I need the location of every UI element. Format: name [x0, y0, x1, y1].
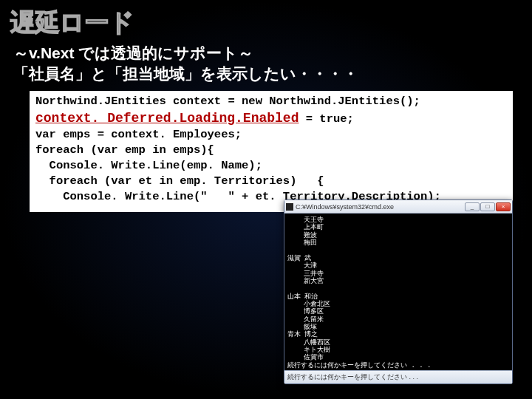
subtitle-line-2: 「社員名」と「担当地域」を表示したい・・・・: [13, 64, 532, 84]
page-title: 遅延ロード: [0, 0, 532, 40]
console-output: 天王寺 上本町 難波 梅田 滋賀 武 大津 三井寺 新大宮 山本 和治 小倉北区…: [284, 214, 512, 370]
code-text: = true;: [299, 112, 353, 126]
cmd-icon: [286, 203, 293, 211]
window-buttons: _ □ ×: [465, 202, 511, 211]
status-bar: 続行するには何かキーを押してください . . .: [284, 370, 512, 383]
window-title: C:¥Windows¥system32¥cmd.exe: [296, 203, 465, 211]
close-button[interactable]: ×: [496, 202, 511, 211]
code-line: context. Deferred.Loading.Enabled = true…: [35, 109, 507, 127]
code-line: Console. Write.Line(emp. Name);: [35, 158, 507, 174]
code-line: foreach (var et in emp. Territories) {: [35, 174, 507, 189]
code-line: Northwind.JEntities context = new Northw…: [35, 94, 507, 109]
code-block: Northwind.JEntities context = new Northw…: [30, 91, 513, 212]
code-line: var emps = context. Employees;: [35, 127, 507, 143]
window-titlebar: C:¥Windows¥system32¥cmd.exe _ □ ×: [284, 200, 512, 214]
minimize-button[interactable]: _: [465, 202, 480, 211]
code-line: foreach (var emp in emps){: [35, 143, 507, 158]
maximize-button[interactable]: □: [480, 202, 495, 211]
subtitle-line-1: ～v.Next では透過的にサポート～: [13, 43, 532, 64]
console-window: C:¥Windows¥system32¥cmd.exe _ □ × 天王寺 上本…: [284, 200, 513, 384]
subtitle: ～v.Next では透過的にサポート～ 「社員名」と「担当地域」を表示したい・・…: [0, 40, 532, 85]
code-highlight: context. Deferred.Loading.Enabled: [35, 111, 299, 126]
